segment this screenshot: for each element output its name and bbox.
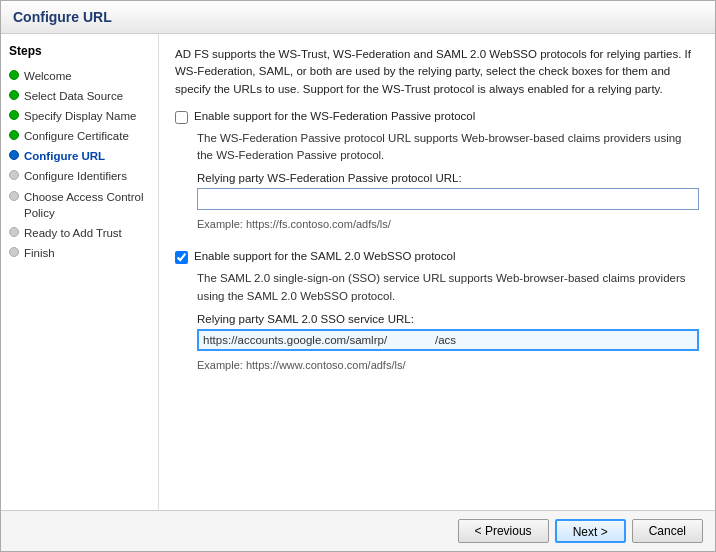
dot-icon-configure-url [9,150,19,160]
sidebar-title: Steps [9,44,150,58]
dot-icon-welcome [9,70,19,80]
sidebar-item-select-data-source[interactable]: Select Data Source [9,86,150,106]
sidebar-item-ready-to-add-trust[interactable]: Ready to Add Trust [9,223,150,243]
sidebar-item-configure-identifiers[interactable]: Configure Identifiers [9,166,150,186]
sidebar-label-select-data-source: Select Data Source [24,88,123,104]
sidebar-label-configure-url: Configure URL [24,148,105,164]
main-content: AD FS supports the WS-Trust, WS-Federati… [159,34,715,510]
saml-checkbox-row: Enable support for the SAML 2.0 WebSSO p… [175,250,699,264]
sidebar: Steps Welcome Select Data Source Specify… [1,34,159,510]
next-button[interactable]: Next > [555,519,626,543]
main-intro-text: AD FS supports the WS-Trust, WS-Federati… [175,46,699,98]
previous-button[interactable]: < Previous [458,519,549,543]
sidebar-item-specify-display-name[interactable]: Specify Display Name [9,106,150,126]
sidebar-label-configure-identifiers: Configure Identifiers [24,168,127,184]
sidebar-label-choose-access-control-policy: Choose Access Control Policy [24,189,150,221]
ws-federation-field-label: Relying party WS-Federation Passive prot… [197,172,699,184]
saml-example: Example: https://www.contoso.com/adfs/ls… [197,359,699,371]
dot-icon-specify-display-name [9,110,19,120]
saml-checkbox[interactable] [175,251,188,264]
sidebar-item-welcome[interactable]: Welcome [9,66,150,86]
sidebar-item-finish[interactable]: Finish [9,243,150,263]
dialog-footer: < Previous Next > Cancel [1,510,715,551]
sidebar-label-specify-display-name: Specify Display Name [24,108,136,124]
ws-federation-url-input[interactable] [197,188,699,210]
ws-federation-checkbox[interactable] [175,111,188,124]
saml-url-input[interactable] [197,329,699,351]
sidebar-item-choose-access-control-policy[interactable]: Choose Access Control Policy [9,187,150,223]
saml-checkbox-label[interactable]: Enable support for the SAML 2.0 WebSSO p… [194,250,455,262]
saml-field-label: Relying party SAML 2.0 SSO service URL: [197,313,699,325]
dot-icon-select-data-source [9,90,19,100]
dialog-title: Configure URL [1,1,715,34]
dot-icon-ready-to-add-trust [9,227,19,237]
sidebar-label-welcome: Welcome [24,68,72,84]
sidebar-label-finish: Finish [24,245,55,261]
ws-federation-description: The WS-Federation Passive protocol URL s… [197,130,699,165]
sidebar-item-configure-url[interactable]: Configure URL [9,146,150,166]
sidebar-label-ready-to-add-trust: Ready to Add Trust [24,225,122,241]
dot-icon-choose-access-control-policy [9,191,19,201]
dot-icon-finish [9,247,19,257]
configure-url-dialog: Configure URL Steps Welcome Select Data … [0,0,716,552]
ws-federation-example: Example: https://fs.contoso.com/adfs/ls/ [197,218,699,230]
dot-icon-configure-certificate [9,130,19,140]
ws-federation-checkbox-label[interactable]: Enable support for the WS-Federation Pas… [194,110,475,122]
dialog-body: Steps Welcome Select Data Source Specify… [1,34,715,510]
cancel-button[interactable]: Cancel [632,519,703,543]
sidebar-item-configure-certificate[interactable]: Configure Certificate [9,126,150,146]
saml-description: The SAML 2.0 single-sign-on (SSO) servic… [197,270,699,305]
dot-icon-configure-identifiers [9,170,19,180]
sidebar-label-configure-certificate: Configure Certificate [24,128,129,144]
ws-federation-checkbox-row: Enable support for the WS-Federation Pas… [175,110,699,124]
